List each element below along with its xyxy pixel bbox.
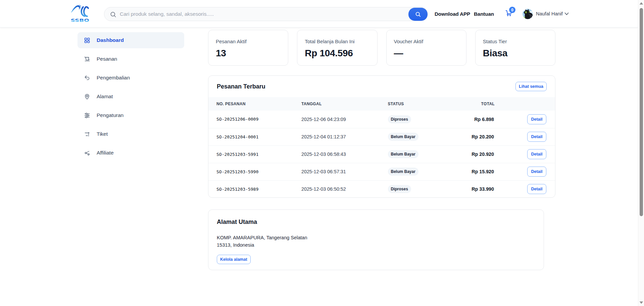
- help-link[interactable]: Bantuan: [474, 0, 494, 27]
- download-app-link[interactable]: Download APP: [435, 0, 470, 27]
- sliders-icon: [84, 112, 90, 119]
- sidebar-item-label: Affiliate: [97, 150, 114, 156]
- order-detail-button[interactable]: Detail: [527, 149, 546, 159]
- order-number: SO-20251206-0009: [208, 111, 301, 128]
- stat-value: Rp 104.596: [305, 48, 369, 59]
- map-pin-icon: [84, 94, 90, 100]
- order-number: SO-20251204-0001: [208, 128, 301, 145]
- header: SSBO Download APP Bantuan 0 Naufal Hanif: [0, 0, 638, 27]
- sidebar-item-dashboard[interactable]: Dashboard: [78, 32, 184, 48]
- sidebar: DashboardPesananPengembalianAlamatPengat…: [78, 32, 184, 164]
- sidebar-item-label: Pengaturan: [97, 112, 123, 118]
- stat-value: 13: [216, 48, 281, 59]
- orders-title: Pesanan Terbaru: [217, 83, 265, 90]
- address-text: KOMP. AMARAPURA, Tangerang Selatan 15313…: [217, 234, 535, 249]
- order-status-badge: Diproses: [388, 185, 411, 193]
- sidebar-item-affiliate[interactable]: Affiliate: [78, 145, 184, 161]
- cart-badge: 0: [509, 7, 515, 13]
- avatar[interactable]: [523, 9, 533, 19]
- manage-address-button[interactable]: Kelola alamat: [217, 255, 251, 264]
- orders-table-header-row: NO. PESANAN TANGGAL STATUS TOTAL: [208, 97, 555, 111]
- order-total: Rp 33.990: [470, 180, 501, 198]
- order-status-badge: Belum Bayar: [388, 168, 418, 176]
- column-header-total: TOTAL: [470, 97, 501, 111]
- order-total: Rp 20.920: [470, 145, 501, 163]
- stat-card: Total Belanja Bulan IniRp 104.596: [297, 30, 377, 66]
- recent-orders-card: Pesanan Terbaru Lihat semua NO. PESANAN …: [208, 75, 555, 198]
- order-row: SO-20251204-00012025-12-04 01:12:37Belum…: [208, 128, 555, 145]
- sidebar-item-pengembalian[interactable]: Pengembalian: [78, 70, 184, 86]
- stat-value: —: [394, 48, 459, 59]
- ticket-list-icon: [84, 131, 90, 137]
- order-date: 2025-12-03 06:58:43: [301, 145, 388, 163]
- order-detail-button[interactable]: Detail: [527, 114, 546, 124]
- chevron-down-icon[interactable]: [564, 12, 569, 15]
- scrollbar-thumb[interactable]: [640, 8, 643, 216]
- sidebar-item-pengaturan[interactable]: Pengaturan: [78, 107, 184, 123]
- sidebar-item-label: Dashboard: [97, 37, 124, 43]
- sidebar-item-label: Pengembalian: [97, 75, 130, 81]
- sidebar-item-label: Tiket: [97, 131, 108, 137]
- order-number: SO-20251203-5990: [208, 163, 301, 180]
- page: SSBO Download APP Bantuan 0 Naufal Hanif: [0, 0, 644, 306]
- search-button[interactable]: [408, 8, 428, 21]
- order-detail-button[interactable]: Detail: [527, 184, 546, 194]
- order-total: Rp 20.200: [470, 128, 501, 145]
- undo-icon: [84, 75, 90, 81]
- search-form: [104, 7, 428, 21]
- order-number: SO-20251203-5991: [208, 145, 301, 163]
- order-date: 2025-12-03 06:50:52: [301, 180, 388, 198]
- order-detail-button[interactable]: Detail: [527, 132, 546, 142]
- column-header-no-pesanan: NO. PESANAN: [208, 97, 301, 111]
- column-header-tanggal: TANGGAL: [301, 97, 388, 111]
- address-title: Alamat Utama: [217, 219, 535, 226]
- stat-card: Status TierBiasa: [475, 30, 555, 66]
- order-status-badge: Belum Bayar: [388, 133, 418, 141]
- sidebar-item-alamat[interactable]: Alamat: [78, 88, 184, 105]
- sidebar-item-label: Alamat: [97, 94, 113, 100]
- orders-table: NO. PESANAN TANGGAL STATUS TOTAL SO-2025…: [208, 97, 555, 198]
- order-row: SO-20251203-59912025-12-03 06:58:43Belum…: [208, 145, 555, 163]
- sidebar-item-pesanan[interactable]: Pesanan: [78, 51, 184, 67]
- sidebar-item-label: Pesanan: [97, 56, 117, 62]
- order-row: SO-20251206-00092025-12-06 04:23:09Dipro…: [208, 111, 555, 128]
- order-row: SO-20251203-59902025-12-03 06:57:31Belum…: [208, 163, 555, 180]
- stat-card: Pesanan Aktif13: [208, 30, 288, 66]
- scrollbar-down-arrow-icon[interactable]: [639, 301, 643, 304]
- stats-row: Pesanan Aktif13Total Belanja Bulan IniRp…: [208, 30, 555, 66]
- scrollbar-up-arrow-icon[interactable]: [639, 2, 643, 5]
- order-row: SO-20251203-59892025-12-03 06:50:52Dipro…: [208, 180, 555, 198]
- stat-label: Voucher Aktif: [394, 39, 459, 44]
- orders-card-header: Pesanan Terbaru Lihat semua: [208, 76, 555, 97]
- share-icon: [84, 150, 90, 156]
- layout-grid-icon: [84, 37, 90, 44]
- stat-label: Pesanan Aktif: [216, 39, 281, 44]
- stat-label: Total Belanja Bulan Ini: [305, 39, 369, 44]
- address-line-1: KOMP. AMARAPURA, Tangerang Selatan: [217, 234, 535, 241]
- stat-card: Voucher Aktif—: [386, 30, 466, 66]
- basket-icon: [84, 56, 90, 62]
- column-header-status: STATUS: [388, 97, 470, 111]
- view-all-button[interactable]: Lihat semua: [515, 82, 547, 91]
- order-date: 2025-12-04 01:12:37: [301, 128, 388, 145]
- search-icon: [110, 11, 116, 18]
- order-status-badge: Diproses: [388, 115, 411, 123]
- user-name[interactable]: Naufal Hanif: [536, 0, 563, 27]
- order-date: 2025-12-06 04:23:09: [301, 111, 388, 128]
- order-date: 2025-12-03 06:57:31: [301, 163, 388, 180]
- order-total: Rp 15.920: [470, 163, 501, 180]
- order-status-badge: Belum Bayar: [388, 150, 418, 158]
- svg-text:SSBO: SSBO: [71, 18, 89, 23]
- address-line-2: 15313, Indonesia: [217, 241, 535, 249]
- order-detail-button[interactable]: Detail: [527, 167, 546, 177]
- stat-label: Status Tier: [483, 39, 548, 44]
- order-total: Rp 6.898: [470, 111, 501, 128]
- brand-logo[interactable]: SSBO: [70, 4, 89, 22]
- column-header-actions: [501, 97, 555, 111]
- cart-button[interactable]: 0: [505, 9, 517, 19]
- stat-value: Biasa: [483, 48, 548, 59]
- search-input[interactable]: [120, 8, 378, 20]
- primary-address-card: Alamat Utama KOMP. AMARAPURA, Tangerang …: [208, 209, 544, 270]
- sidebar-item-tiket[interactable]: Tiket: [78, 126, 184, 142]
- scrollbar[interactable]: [638, 0, 644, 306]
